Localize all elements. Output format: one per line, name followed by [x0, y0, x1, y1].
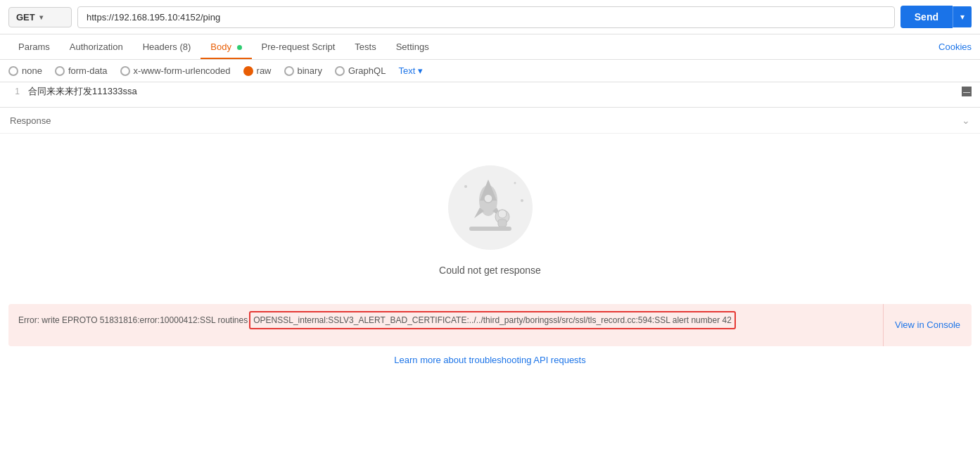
method-chevron-icon: ▾ — [39, 13, 43, 21]
send-dropdown-button[interactable]: ▾ — [953, 6, 972, 27]
editor-minimize-button[interactable]: — — [962, 87, 972, 96]
send-button[interactable]: Send — [901, 6, 953, 28]
tab-settings[interactable]: Settings — [386, 34, 439, 59]
line-number-1: 1 — [0, 87, 28, 96]
svg-point-3 — [484, 194, 492, 203]
empty-state: Could not get response — [0, 134, 980, 304]
svg-point-10 — [464, 185, 467, 188]
error-bar: Error: write EPROTO 51831816:error:10000… — [8, 304, 972, 346]
method-selector[interactable]: GET ▾ — [8, 7, 72, 27]
body-options-row: none form-data x-www-form-urlencoded raw… — [0, 60, 980, 82]
svg-point-7 — [498, 210, 507, 218]
option-raw[interactable]: raw — [243, 65, 272, 76]
learn-more-link[interactable]: Learn more about troubleshooting API req… — [394, 355, 585, 365]
radio-binary — [284, 66, 294, 76]
option-binary[interactable]: binary — [284, 65, 322, 76]
tab-params[interactable]: Params — [8, 34, 60, 59]
code-editor[interactable]: 1 合同来来来打发111333ssa — — [0, 82, 980, 108]
radio-none — [8, 66, 18, 76]
tab-tests[interactable]: Tests — [345, 34, 386, 59]
error-illustration — [445, 162, 536, 253]
option-form-data[interactable]: form-data — [55, 65, 108, 76]
radio-raw — [243, 66, 253, 76]
radio-urlencoded — [120, 66, 130, 76]
option-none[interactable]: none — [8, 65, 42, 76]
empty-state-message: Could not get response — [439, 265, 541, 276]
method-label: GET — [16, 12, 35, 23]
url-input[interactable] — [77, 6, 895, 28]
svg-rect-8 — [498, 220, 507, 227]
body-active-dot — [237, 45, 242, 50]
tab-body[interactable]: Body — [201, 34, 251, 59]
option-graphql[interactable]: GraphQL — [335, 65, 386, 76]
error-highlighted-text: OPENSSL_internal:SSLV3_ALERT_BAD_CERTIFI… — [249, 311, 736, 329]
response-header: Response ⌄ — [0, 108, 980, 134]
svg-rect-9 — [469, 227, 511, 231]
error-text: Error: write EPROTO 51831816:error:10000… — [8, 304, 883, 346]
svg-point-11 — [514, 182, 516, 184]
tab-authorization[interactable]: Authorization — [60, 34, 133, 59]
code-line-1: 1 合同来来来打发111333ssa — [0, 82, 980, 101]
learn-more-section: Learn more about troubleshooting API req… — [0, 346, 980, 374]
option-urlencoded[interactable]: x-www-form-urlencoded — [120, 65, 231, 76]
text-format-dropdown[interactable]: Text ▾ — [398, 65, 423, 76]
radio-graphql — [335, 66, 345, 76]
tab-prerequest[interactable]: Pre-request Script — [252, 34, 345, 59]
view-console-label: View in Console — [895, 319, 960, 331]
cookies-link[interactable]: Cookies — [938, 34, 972, 59]
error-prefix: Error: write EPROTO 51831816:error:10000… — [18, 315, 248, 325]
svg-point-12 — [521, 199, 523, 202]
view-console-button[interactable]: View in Console — [883, 304, 972, 346]
send-button-group: Send ▾ — [901, 6, 972, 28]
radio-form-data — [55, 66, 65, 76]
line-content-1: 合同来来来打发111333ssa — [28, 85, 980, 98]
response-label: Response — [10, 115, 51, 126]
response-section: Response ⌄ Could not get response — [0, 108, 980, 374]
response-collapse-icon[interactable]: ⌄ — [962, 115, 970, 126]
top-bar: GET ▾ Send ▾ — [0, 0, 980, 34]
tab-headers[interactable]: Headers (8) — [133, 34, 201, 59]
tabs-row: Params Authorization Headers (8) Body Pr… — [0, 34, 980, 60]
